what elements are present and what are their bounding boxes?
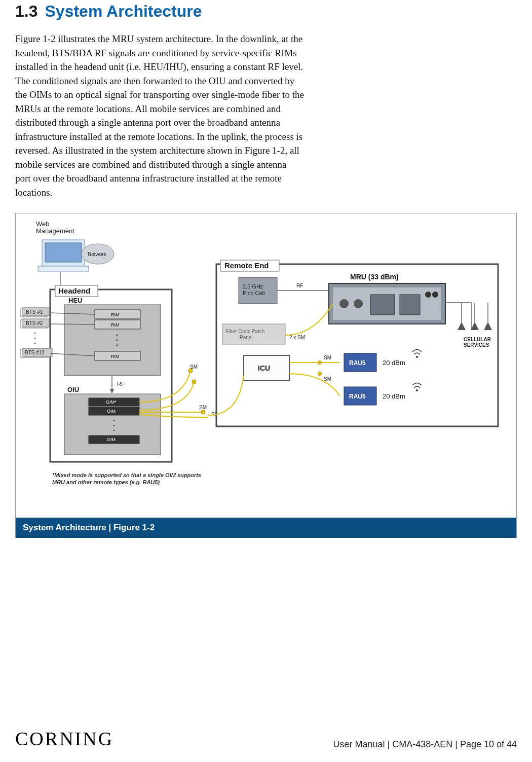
svg-point-37 [318, 372, 322, 375]
icu-label: ICU [258, 364, 270, 372]
svg-point-27 [113, 429, 115, 431]
oim-star-label: OIM* [106, 400, 117, 405]
rau5-label-1: RAU5 [349, 359, 366, 367]
svg-text:2.5 GHzPico Cell: 2.5 GHzPico Cell [243, 283, 264, 296]
pico-line1: 2.5 GHz [243, 283, 263, 289]
svg-point-16 [34, 342, 36, 344]
rau5-label-2: RAU5 [349, 393, 366, 400]
svg-rect-42 [400, 295, 420, 315]
rim-label-1: RIM [111, 312, 120, 317]
fiber-patch-panel [222, 324, 285, 344]
svg-point-7 [117, 339, 118, 341]
svg-line-20 [49, 324, 95, 324]
network-label: Network [88, 251, 107, 257]
sm-label-5: SM [324, 376, 331, 382]
web-management-label: WebManagement [36, 220, 74, 235]
sm-label-2: SM [199, 405, 207, 410]
headend-label: Headend [58, 286, 90, 295]
svg-point-44 [432, 292, 438, 298]
figure-diagram: WebManagement Network Headend HEU RIM RI… [16, 213, 516, 518]
svg-point-8 [117, 344, 118, 346]
bts2-label: BTS #2 [26, 320, 43, 326]
svg-point-52 [416, 389, 418, 391]
sm-label-4: SM [324, 355, 331, 360]
mru-label: MRU (33 dBm) [350, 273, 399, 281]
svg-point-26 [113, 424, 115, 426]
svg-point-31 [201, 410, 205, 414]
brand-logo: CORNING [15, 728, 113, 750]
two-sm-label: 2 x SM [289, 335, 305, 340]
rim-label-2: RIM [111, 322, 120, 328]
figure-caption: System Architecture | Figure 1-2 [16, 518, 516, 538]
section-title: System Architecture [45, 2, 202, 21]
figure-container: WebManagement Network Headend HEU RIM RI… [15, 213, 517, 538]
svg-point-43 [425, 292, 431, 298]
dbm20-label-2: 20 dBm [383, 392, 405, 400]
dbm20-label-1: 20 dBm [383, 359, 405, 367]
bts1-label: BTS #1 [26, 309, 43, 315]
oim-label-1: OIM [107, 409, 116, 414]
section-number: 1.3 [15, 2, 37, 21]
svg-point-30 [192, 380, 196, 384]
section-heading: 1.3 System Architecture [15, 2, 517, 21]
page-number-info: User Manual | CMA-438-AEN | Page 10 of 4… [333, 739, 517, 750]
svg-rect-0 [45, 243, 82, 262]
svg-point-40 [354, 299, 363, 308]
rf-label-2: RF [296, 283, 303, 288]
svg-point-39 [339, 299, 349, 308]
remote-end-label: Remote End [224, 261, 269, 270]
page-footer: CORNING User Manual | CMA-438-AEN | Page… [15, 728, 517, 750]
svg-point-6 [117, 334, 118, 336]
svg-point-15 [34, 337, 36, 339]
rim-label-3: RIM [111, 354, 120, 359]
oim-label-2: OIM [107, 437, 116, 442]
rf-label-1: RF [117, 381, 125, 387]
body-paragraph: Figure 1-2 illustrates the MRU system ar… [15, 32, 304, 200]
svg-point-36 [318, 360, 322, 364]
sm-label-1: SM [190, 364, 198, 370]
pico-line2: Pico Cell [243, 290, 264, 296]
svg-rect-41 [370, 295, 395, 315]
diagram-note: *Mixed mode is supported so that a singl… [52, 472, 201, 485]
svg-point-51 [416, 356, 418, 358]
oiu-label: OIU [67, 386, 79, 393]
svg-rect-1 [38, 266, 89, 271]
svg-point-25 [113, 419, 115, 421]
svg-point-14 [34, 332, 36, 334]
svg-text:CELLULARSERVICES: CELLULARSERVICES [464, 337, 491, 348]
bts12-label: BTS #12 [25, 350, 45, 355]
heu-label: HEU [68, 297, 82, 304]
